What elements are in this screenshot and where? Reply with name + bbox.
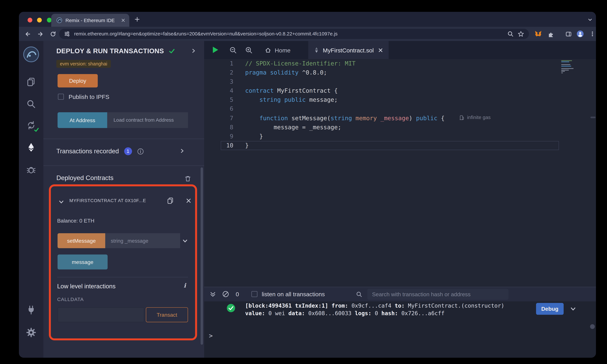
code-line[interactable]: function setMessage(string memory _messa…	[245, 114, 445, 123]
panel-collapse-chevron-icon[interactable]	[191, 48, 196, 53]
trash-icon[interactable]	[185, 175, 191, 182]
calldata-input[interactable]	[58, 307, 144, 322]
editor-scrollbar[interactable]	[591, 117, 596, 118]
tab-close-icon[interactable]	[121, 18, 125, 22]
listen-transactions-checkbox[interactable]	[251, 291, 257, 297]
code-line[interactable]: // SPDX-License-Identifier: MIT	[245, 59, 445, 68]
log-lines[interactable]: [block:4994361 txIndex:1] from: 0x9cf...…	[245, 302, 504, 317]
deploy-button[interactable]: Deploy	[58, 74, 98, 87]
solidity-compiler-icon[interactable]	[26, 120, 36, 130]
browser-tab[interactable]: Remix - Ethereum IDE	[51, 14, 129, 27]
profile-avatar[interactable]	[577, 30, 584, 38]
terminal-search-input[interactable]	[367, 289, 508, 300]
terminal-log-line: value: 0 wei data: 0x608...60033 logs: 0…	[245, 310, 504, 317]
transaction-success-icon[interactable]	[227, 304, 235, 312]
copy-icon[interactable]	[167, 197, 174, 204]
contract-collapse-chevron-icon[interactable]	[58, 199, 64, 205]
run-script-play-icon[interactable]	[212, 46, 219, 53]
minimap[interactable]	[561, 60, 576, 74]
close-window-button[interactable]	[27, 18, 32, 23]
set-message-input[interactable]	[105, 233, 180, 248]
browser-tabstrip: Remix - Ethereum IDE	[19, 12, 596, 27]
search-icon[interactable]	[26, 99, 36, 109]
code-line[interactable]: string public message;	[245, 95, 445, 104]
remix-logo[interactable]	[22, 46, 40, 63]
file-explorer-icon[interactable]	[26, 77, 36, 87]
line-number: 1	[204, 59, 233, 68]
deployed-contract-title[interactable]: MYFIRSTCONTRACT AT 0X10F...E	[69, 198, 164, 203]
icon-rail	[19, 41, 43, 358]
deploy-run-panel: DEPLOY & RUN TRANSACTIONS evm version: s…	[43, 41, 204, 358]
transactions-expand-chevron-icon[interactable]	[179, 148, 185, 154]
clear-console-icon[interactable]	[222, 291, 229, 298]
metamask-extension-icon[interactable]	[534, 30, 542, 38]
code-editor[interactable]: 12345678910 // SPDX-License-Identifier: …	[204, 59, 596, 287]
reload-button[interactable]	[50, 31, 56, 38]
expand-terminal-icon[interactable]	[210, 291, 216, 297]
transact-button[interactable]: Transact	[146, 307, 188, 322]
at-address-button[interactable]: At Address	[58, 112, 107, 128]
code-line[interactable]: pragma solidity ^0.8.0;	[245, 68, 445, 77]
remix-app: DEPLOY & RUN TRANSACTIONS evm version: s…	[19, 41, 596, 358]
publish-ipfs-checkbox[interactable]	[58, 94, 64, 100]
terminal-scrollbar-dot[interactable]	[590, 324, 595, 329]
zoom-in-icon[interactable]	[245, 47, 252, 53]
at-address-row: At Address	[58, 112, 188, 128]
set-message-row: setMessage	[58, 233, 180, 248]
browser-window: Remix - Ethereum IDE remix.ethereum.org/…	[19, 12, 596, 358]
solidity-file-icon	[314, 47, 319, 53]
code-lines[interactable]: // SPDX-License-Identifier: MITpragma so…	[245, 59, 445, 150]
side-panel-icon[interactable]	[565, 31, 572, 38]
back-button[interactable]	[24, 31, 31, 38]
deploy-run-icon[interactable]	[26, 142, 36, 153]
load-contract-input[interactable]	[107, 112, 188, 128]
bookmark-star-icon[interactable]	[518, 30, 524, 37]
settings-gear-icon[interactable]	[26, 327, 36, 338]
debugger-icon[interactable]	[26, 164, 36, 174]
terminal: 0 listen on all transactions [block:4994…	[204, 287, 596, 358]
zoom-window-button[interactable]	[47, 18, 52, 23]
low-level-info-icon[interactable]: i	[184, 282, 186, 289]
gas-icon	[460, 115, 464, 120]
zoom-out-icon[interactable]	[229, 47, 237, 53]
set-message-button[interactable]: setMessage	[58, 233, 105, 248]
line-number: 2	[204, 68, 233, 77]
code-line[interactable]	[245, 77, 445, 86]
log-expand-chevron-icon[interactable]	[570, 306, 576, 312]
browser-toolbar: remix.ethereum.org/#lang=en&optimize=fal…	[19, 27, 596, 41]
menu-kebab-icon[interactable]	[589, 31, 595, 37]
forward-button[interactable]	[37, 31, 44, 38]
code-line[interactable]: }	[245, 141, 445, 150]
editor-tabbar: Home MyFirstContract.sol	[204, 41, 596, 59]
tab-search-chevron-icon[interactable]	[587, 17, 593, 22]
contract-close-icon[interactable]	[186, 198, 192, 204]
line-number: 10	[204, 141, 233, 150]
code-line[interactable]	[245, 104, 445, 114]
code-line[interactable]: message = _message;	[245, 123, 445, 132]
code-line[interactable]: contract MyFirstContract {	[245, 86, 445, 95]
message-button[interactable]: message	[58, 255, 107, 270]
line-number: 3	[204, 77, 233, 86]
transactions-recorded-row: Transactions recorded 1	[56, 146, 144, 156]
contract-balance: Balance: 0 ETH	[57, 218, 94, 224]
zoom-icon[interactable]	[507, 31, 514, 37]
debug-button[interactable]: Debug	[536, 303, 564, 315]
plugin-manager-icon[interactable]	[26, 305, 36, 315]
line-number: 7	[204, 114, 233, 123]
tab-myfirstcontract[interactable]: MyFirstContract.sol	[308, 41, 389, 59]
tab-home[interactable]: Home	[259, 41, 297, 59]
minimize-window-button[interactable]	[37, 18, 42, 23]
code-line[interactable]: }	[245, 132, 445, 141]
tab-close-icon[interactable]	[378, 48, 383, 52]
low-level-interactions-heading: Low level interactions	[57, 283, 116, 290]
address-bar[interactable]: remix.ethereum.org/#lang=en&optimize=fal…	[59, 29, 529, 39]
site-settings-icon[interactable]	[64, 31, 70, 37]
line-number: 8	[204, 123, 233, 132]
extensions-puzzle-icon[interactable]	[547, 31, 554, 38]
desktop: Remix - Ethereum IDE remix.ethereum.org/…	[0, 0, 607, 364]
new-tab-button[interactable]	[134, 16, 140, 22]
terminal-prompt[interactable]: >	[209, 332, 213, 339]
panel-scrollbar[interactable]	[200, 168, 203, 345]
set-message-expand-chevron-icon[interactable]	[182, 238, 188, 244]
info-icon[interactable]	[137, 148, 144, 155]
